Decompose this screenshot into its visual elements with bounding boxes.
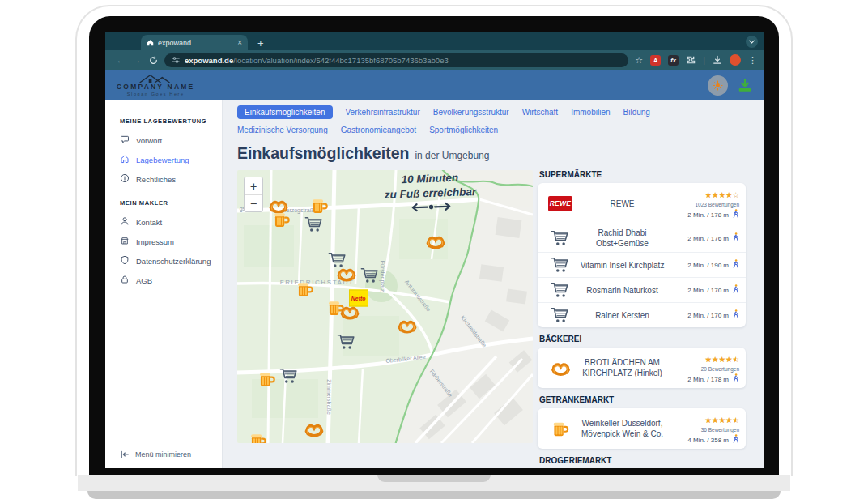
bookmark-star-icon[interactable]: ☆ (635, 55, 643, 66)
map-zoom-control: + − (244, 177, 263, 212)
back-icon[interactable]: ← (113, 55, 129, 65)
sidebar-item-datenschutzerkl-rung[interactable]: Datenschutzerklärung (105, 251, 222, 271)
tab-list-chevron-icon[interactable] (746, 36, 758, 48)
star-filled-icons: ★★★★★ (704, 356, 735, 364)
sidebar-item-vorwort[interactable]: Vorwort (105, 130, 222, 150)
site-settings-icon (172, 56, 180, 64)
collapse-left-icon (120, 450, 130, 458)
place-row[interactable]: Weinkeller Düsseldorf, Mövenpick Wein & … (538, 408, 746, 449)
place-name: REWE (577, 198, 668, 209)
walking-distance: 2 Min. / 176 m (668, 232, 739, 244)
toolbar-divider: | (703, 55, 705, 65)
place-name: Rachid Dhabi Obst+Gemüse (577, 228, 668, 249)
map-marker-beer-icon[interactable] (296, 279, 313, 298)
zoom-out-button[interactable]: − (245, 194, 262, 211)
category-tabs: EinkaufsmöglichkeitenVerkehrsinfrastrukt… (237, 105, 746, 137)
place-row[interactable]: Vitamin Insel Kirchplatz2 Min. / 190 m (538, 252, 746, 277)
browser-menu-icon[interactable]: ⋮ (748, 55, 757, 66)
place-name: Vitamin Insel Kirchplatz (577, 260, 668, 271)
nav-tab[interactable]: Immobilien (571, 105, 610, 119)
map-marker-cart-icon[interactable] (279, 367, 299, 385)
downloads-icon[interactable] (713, 55, 722, 65)
fx-extension-icon[interactable]: fx (668, 55, 679, 66)
distance-text: 2 Min. / 178 m (687, 376, 729, 383)
street-label: Zimmerstraße (326, 379, 332, 415)
walking-distance: 4 Min. / 358 m (668, 434, 739, 446)
map-marker-beer-icon[interactable] (273, 210, 290, 228)
distance-text: 2 Min. / 190 m (687, 262, 729, 269)
place-row[interactable]: Rainer Kersten2 Min. / 170 m (538, 302, 746, 327)
pretzel-icon (544, 360, 577, 377)
map-marker-beer-icon[interactable] (249, 431, 266, 443)
nav-tab[interactable]: Bildung (623, 105, 650, 119)
sidebar-item-lagebewertung[interactable]: Lagebewertung (105, 150, 222, 169)
place-row[interactable]: Rachid Dhabi Obst+Gemüse2 Min. / 176 m (538, 224, 746, 252)
map-marker-pretzel-icon[interactable] (338, 304, 360, 321)
home-favicon-icon (147, 39, 154, 46)
zoom-in-button[interactable]: + (245, 177, 262, 194)
map-marker-cart-icon[interactable] (304, 215, 324, 233)
nav-tab[interactable]: Bevölkerungsstruktur (433, 105, 509, 119)
laptop-base-notch (377, 475, 491, 482)
cart-icon (544, 256, 577, 274)
nav-tab[interactable]: Einkaufsmöglichkeiten (237, 105, 333, 119)
map-marker-cart-icon[interactable] (360, 267, 380, 284)
new-tab-button[interactable]: + (257, 38, 264, 49)
place-row[interactable]: REWEREWE☆☆☆☆☆★★★★★1023 Bewertungen2 Min.… (538, 183, 746, 224)
profile-avatar[interactable] (730, 54, 741, 66)
laptop-base-lip (87, 491, 781, 499)
nav-tab[interactable]: Gastronomieangebot (341, 123, 416, 137)
nav-tab[interactable]: Wirtschaft (522, 105, 558, 119)
extensions-puzzle-icon[interactable] (686, 55, 696, 65)
company-logo[interactable]: COMPANY NAME Slogan Goes Here (117, 73, 194, 96)
browser-tab[interactable]: expowand × (141, 35, 248, 50)
nav-tab[interactable]: Sportmöglichkeiten (429, 123, 498, 137)
cart-icon (544, 306, 577, 324)
download-report-button[interactable] (737, 78, 753, 93)
walking-distance: 2 Min. / 178 m (668, 209, 739, 220)
rewe-logo: REWE (544, 196, 577, 211)
both-directions-arrow-icon (404, 200, 457, 214)
building-icon (120, 236, 130, 247)
map-marker-pretzel-icon[interactable] (303, 421, 325, 438)
place-card: Weinkeller Düsseldorf, Mövenpick Wein & … (538, 408, 746, 449)
place-section-heading: GETRÄNKEMARKT (539, 395, 746, 404)
forward-icon[interactable]: → (129, 55, 145, 65)
map-marker-cart-icon[interactable] (337, 333, 356, 351)
rewe-logo: REWE (548, 196, 572, 211)
place-row[interactable]: Rosmarin Naturkost2 Min. / 170 m (538, 277, 746, 302)
nav-tab[interactable]: Verkehrsinfrastruktur (346, 105, 420, 119)
review-count: 36 Bewertungen (668, 427, 739, 433)
cart-icon (544, 229, 577, 247)
nav-tab[interactable]: Medizinische Versorgung (237, 123, 328, 137)
cart-icon (544, 281, 577, 299)
sidebar-item-agb[interactable]: AGB (105, 271, 222, 290)
map-marker-pretzel-icon[interactable] (424, 232, 446, 250)
minimize-menu-button[interactable]: Menü minimieren (105, 441, 222, 468)
map-marker-beer-icon[interactable] (312, 196, 329, 215)
sidebar-item-label: Impressum (136, 237, 174, 246)
url-domain: expowand.de (185, 56, 233, 65)
sidebar-item-impressum[interactable]: Impressum (105, 232, 222, 251)
map[interactable]: gstraßeHerzogstraßeFRIEDRICHSTADTFürsten… (237, 170, 533, 443)
pdf-extension-icon[interactable]: A (650, 55, 661, 66)
walking-distance: 2 Min. / 170 m (668, 309, 739, 321)
review-count: 20 Bewertungen (668, 366, 739, 372)
place-section-heading: BÄCKEREI (539, 335, 746, 343)
map-marker-pretzel-icon[interactable] (396, 318, 418, 335)
place-meta: 2 Min. / 190 m (668, 259, 739, 271)
map-marker-pretzel-icon[interactable] (336, 266, 358, 283)
browser-toolbar: ← → expowand.de/locationValuation/index/… (105, 50, 764, 70)
star-rating: ☆☆☆☆☆★★★★★ (704, 356, 739, 364)
sidebar-item-rechtliches[interactable]: Rechtliches (105, 169, 222, 189)
place-row[interactable]: BROTLÄDCHEN AM KIRCHPLATZ (Hinkel)☆☆☆☆☆★… (538, 348, 746, 388)
sidebar-item-kontakt[interactable]: Kontakt (105, 212, 222, 232)
browser-window: expowand × + ← → expowand.de/locationVal… (105, 32, 764, 468)
lock-icon (120, 275, 130, 286)
refresh-icon[interactable] (145, 56, 161, 65)
distance-text: 2 Min. / 170 m (687, 287, 729, 294)
address-bar[interactable]: expowand.de/locationValuation/index/542f… (164, 53, 628, 67)
theme-toggle-button[interactable] (708, 75, 728, 96)
map-marker-beer-icon[interactable] (258, 369, 275, 388)
tab-close-icon[interactable]: × (237, 39, 242, 47)
